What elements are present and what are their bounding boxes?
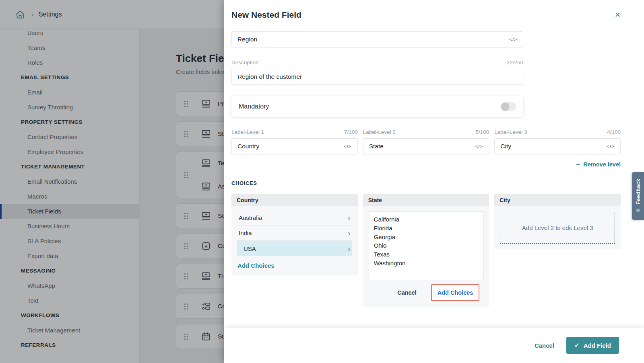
label-level-1-block: Label-Level 1 7/100 Country </>: [231, 129, 358, 154]
modal-title: New Nested Field: [231, 10, 301, 20]
choice-item-australia[interactable]: Australia ›: [237, 210, 352, 226]
minus-icon: −: [576, 161, 580, 168]
state-editor-footer: Cancel Add Choices: [363, 280, 489, 307]
modal-body: Region </> Description 22/250 Region of …: [224, 30, 644, 328]
feedback-label: Feedback: [635, 178, 641, 205]
city-placeholder-box: Add Level 2 to edit Level 3: [500, 212, 615, 244]
close-icon: ✕: [615, 11, 621, 19]
label-level-2-counter: 5/100: [476, 129, 489, 135]
label-level-1-value: Country: [237, 143, 259, 150]
choice-label: Australia: [239, 214, 262, 221]
choice-item-india[interactable]: India ›: [237, 226, 352, 241]
modal-footer: Cancel ✓ Add Field: [224, 328, 644, 363]
label-level-3-input[interactable]: City </>: [494, 138, 621, 154]
choice-label: USA: [244, 245, 256, 252]
remove-level-row: − Remove level: [231, 161, 621, 168]
state-column-header: State: [363, 194, 489, 206]
label-level-2-value: State: [369, 143, 384, 150]
modal-cancel-button[interactable]: Cancel: [535, 342, 554, 349]
description-input[interactable]: Region of the customer: [231, 69, 523, 85]
code-icon[interactable]: </>: [607, 144, 615, 149]
toggle-knob: [501, 103, 509, 111]
label-level-1-input[interactable]: Country </>: [231, 138, 358, 154]
label-level-1-label: Label-Level 1: [231, 129, 264, 135]
city-placeholder-text: Add Level 2 to edit Level 3: [522, 224, 593, 231]
description-label: Description: [231, 59, 259, 66]
country-choice-list: Australia › India › USA ›: [231, 206, 358, 256]
label-level-2-input[interactable]: State </>: [363, 138, 489, 154]
label-level-3-counter: 4/100: [607, 129, 621, 135]
state-choices-editor[interactable]: California Florida Georgia Ohio Texas Wa…: [369, 211, 484, 280]
chevron-right-icon: ›: [348, 214, 350, 221]
new-nested-field-modal: New Nested Field ✕ Region </> Descriptio…: [224, 0, 644, 363]
choices-column-country: Country Australia › India › USA › Ad: [231, 194, 358, 275]
choices-columns: Country Australia › India › USA › Ad: [231, 194, 621, 307]
country-add-choices-link[interactable]: Add Choices: [231, 256, 358, 275]
label-level-2-block: Label-Level 2 5/100 State </>: [363, 129, 489, 154]
label-level-3-block: Label-Level 3 4/100 City </>: [494, 129, 621, 154]
smiley-icon: ☺: [635, 207, 641, 213]
code-icon[interactable]: </>: [344, 144, 352, 149]
label-level-2-label: Label-Level 2: [363, 129, 396, 135]
state-cancel-button[interactable]: Cancel: [397, 289, 417, 296]
city-column-header: City: [494, 194, 621, 206]
choices-column-state: State California Florida Georgia Ohio Te…: [363, 194, 489, 307]
field-name-value: Region: [237, 36, 257, 43]
feedback-tab[interactable]: ☺ Feedback: [632, 172, 644, 220]
label-levels: Label-Level 1 7/100 Country </> Label-Le…: [231, 129, 621, 154]
code-icon[interactable]: </>: [509, 37, 517, 42]
modal-header: New Nested Field ✕: [224, 0, 644, 30]
check-icon: ✓: [574, 342, 580, 349]
description-value: Region of the customer: [237, 73, 302, 80]
field-name-input[interactable]: Region </>: [231, 31, 523, 47]
code-icon[interactable]: </>: [475, 144, 483, 149]
state-add-choices-button[interactable]: Add Choices: [431, 284, 480, 301]
chevron-right-icon: ›: [348, 229, 350, 237]
label-level-1-counter: 7/100: [344, 129, 358, 135]
description-block: Description 22/250 Region of the custome…: [231, 59, 523, 85]
mandatory-toggle[interactable]: [501, 102, 516, 111]
mandatory-card: Mandatory: [231, 96, 523, 117]
description-char-counter: 22/250: [507, 59, 523, 66]
remove-level-link[interactable]: Remove level: [583, 161, 621, 168]
country-column-header: Country: [231, 194, 358, 206]
choices-heading: CHOICES: [231, 180, 621, 186]
choice-label: India: [239, 230, 252, 236]
label-level-3-label: Label-Level 3: [494, 129, 527, 135]
choices-column-city: City Add Level 2 to edit Level 3: [494, 194, 621, 249]
label-level-3-value: City: [500, 143, 511, 150]
add-field-label: Add Field: [584, 342, 611, 349]
chevron-right-icon: ›: [348, 245, 350, 252]
mandatory-label: Mandatory: [239, 103, 269, 110]
choice-item-usa[interactable]: USA ›: [237, 241, 352, 256]
close-button[interactable]: ✕: [615, 11, 621, 18]
add-field-button[interactable]: ✓ Add Field: [566, 337, 619, 354]
